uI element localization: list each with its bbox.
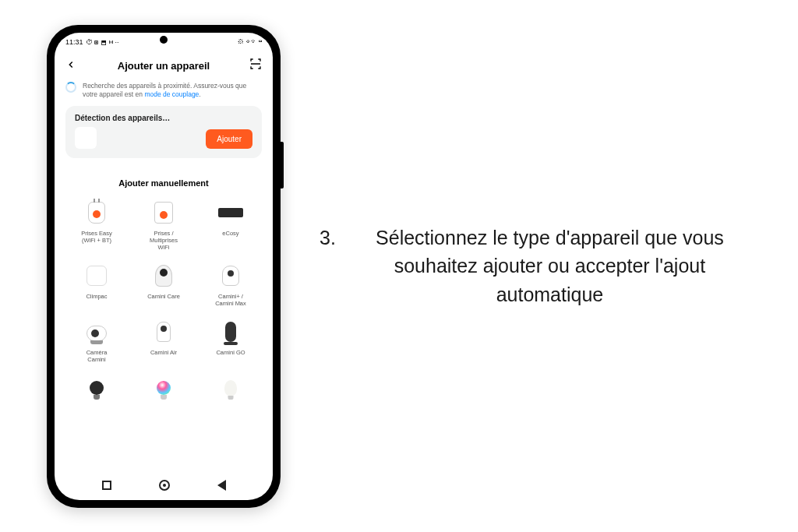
- device-item[interactable]: Camini Care: [132, 262, 195, 307]
- device-grid: Prises Easy (WiFi + BT)Prises / Multipri…: [55, 199, 273, 405]
- device-label: Camini GO: [216, 349, 245, 356]
- chevron-left-icon: [65, 59, 76, 70]
- device-item[interactable]: eCosy: [200, 199, 262, 251]
- phone-frame: 11:31 ⏱ ▣ ⬒ ⋈ ·· ⚙ ◎ ᯤ ▭ Ajouter un appa…: [47, 25, 281, 508]
- page-title: Ajouter un appareil: [81, 60, 246, 72]
- device-label: Camini Care: [147, 293, 180, 300]
- device-icon: [83, 262, 111, 290]
- device-icon: [217, 374, 245, 402]
- device-item[interactable]: Camini GO: [200, 318, 262, 363]
- spinner-icon: [65, 82, 76, 93]
- instruction-text: 3. Sélectionnez le type d'appareil que v…: [320, 224, 743, 308]
- camera-notch: [160, 36, 168, 44]
- manual-section-title: Ajouter manuellement: [55, 178, 273, 188]
- device-icon: [83, 374, 111, 402]
- device-label: Prises Easy (WiFi + BT): [81, 230, 112, 244]
- scan-button[interactable]: [246, 58, 262, 73]
- device-item[interactable]: [200, 374, 262, 405]
- device-label: Caméra Camini: [87, 349, 108, 363]
- device-icon: [83, 318, 111, 346]
- detection-card: Détection des appareils… Ajouter: [65, 106, 262, 158]
- device-item[interactable]: Prises Easy (WiFi + BT): [65, 199, 128, 251]
- phone-screen: 11:31 ⏱ ▣ ⬒ ⋈ ·· ⚙ ◎ ᯤ ▭ Ajouter un appa…: [55, 33, 273, 500]
- step-number: 3.: [320, 224, 336, 308]
- nav-back-icon[interactable]: [217, 480, 226, 491]
- device-icon: [150, 318, 178, 346]
- nav-recent-icon[interactable]: [102, 481, 111, 490]
- add-detected-button[interactable]: Ajouter: [206, 129, 252, 149]
- device-item[interactable]: Prises / Multiprises WiFi: [132, 199, 195, 251]
- step-description: Sélectionnez le type d'appareil que vous…: [356, 224, 743, 308]
- device-item[interactable]: Climpac: [65, 262, 128, 307]
- status-left-icons: ⏱ ▣ ⬒ ⋈ ··: [86, 38, 119, 46]
- device-icon: [217, 199, 245, 227]
- device-icon: [217, 318, 245, 346]
- scan-icon: [249, 58, 262, 70]
- status-right-icons: ⚙ ◎ ᯤ ▭: [238, 38, 262, 45]
- app-header: Ajouter un appareil: [55, 50, 273, 79]
- device-icon: [217, 262, 245, 290]
- search-banner: Recherche des appareils à proximité. Ass…: [65, 82, 262, 100]
- device-label: Camini Air: [150, 349, 177, 356]
- device-label: Prises / Multiprises WiFi: [150, 230, 178, 251]
- device-item[interactable]: [132, 374, 195, 405]
- nav-home-icon[interactable]: [159, 480, 170, 491]
- banner-text-2: .: [199, 90, 200, 98]
- device-icon: [150, 199, 178, 227]
- detection-title: Détection des appareils…: [75, 114, 170, 122]
- device-icon: [83, 199, 111, 227]
- device-label: Climpac: [86, 293, 107, 300]
- device-item[interactable]: Camini+ / Camini Max: [200, 262, 262, 307]
- device-item[interactable]: Caméra Camini: [65, 318, 128, 363]
- device-label: Camini+ / Camini Max: [215, 293, 246, 307]
- detected-device-placeholder: [75, 127, 97, 149]
- device-icon: [150, 374, 178, 402]
- back-button[interactable]: [65, 58, 81, 74]
- device-icon: [150, 262, 178, 290]
- device-label: eCosy: [222, 230, 238, 237]
- android-nav-bar: [55, 474, 273, 500]
- status-time: 11:31: [65, 38, 83, 46]
- pairing-mode-link[interactable]: mode de couplage: [144, 90, 199, 98]
- banner-text: Recherche des appareils à proximité. Ass…: [83, 82, 262, 100]
- device-item[interactable]: Camini Air: [132, 318, 195, 363]
- device-item[interactable]: [65, 374, 128, 405]
